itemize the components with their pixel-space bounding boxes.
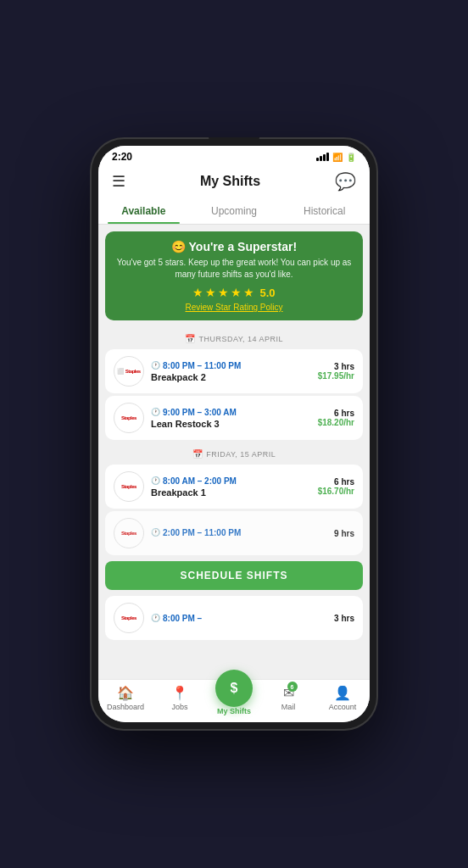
nav-label-jobs: Jobs xyxy=(171,703,187,711)
company-logo-staples-5: Staples xyxy=(114,603,144,633)
staples-logo: ⬜ Staples xyxy=(117,368,140,375)
smiley-icon: 😊 xyxy=(171,240,186,253)
superstar-description: You've got 5 stars. Keep up the great wo… xyxy=(115,257,353,281)
bottom-nav: 🏠 Dashboard 📍 Jobs $ My Shifts ✉ 6 Mail xyxy=(98,679,370,722)
date-section-thursday: 📅 THURSDAY, 14 APRIL xyxy=(98,327,370,347)
shift-right-partial: 9 hrs xyxy=(334,529,354,538)
mail-badge-container: ✉ 6 xyxy=(283,685,294,701)
app-header: ☰ My Shifts 💬 xyxy=(98,166,370,198)
shift-hours-last: 3 hrs xyxy=(334,614,354,623)
shift-info-breakpack1: 🕐 8:00 AM – 2:00 PM Breakpack 1 xyxy=(151,476,311,498)
schedule-shifts-button[interactable]: SCHEDULE SHIFTS xyxy=(105,561,363,590)
shift-right-breakpack1: 6 hrs $16.70/hr xyxy=(318,477,354,496)
page-title: My Shifts xyxy=(200,174,260,189)
chat-icon[interactable]: 💬 xyxy=(335,171,356,192)
superstar-title: 😊 You're a Superstar! xyxy=(115,240,353,253)
clock-icon: 🕐 xyxy=(151,361,160,370)
mail-badge: 6 xyxy=(287,682,298,692)
superstar-banner: 😊 You're a Superstar! You've got 5 stars… xyxy=(105,231,363,320)
clock-icon-2: 🕐 xyxy=(151,408,160,416)
filter-icon[interactable]: ☰ xyxy=(112,172,125,191)
shift-card-last-partial[interactable]: Staples 🕐 8:00 PM – 3 hrs xyxy=(105,596,363,640)
shift-rate-breakpack1: $16.70/hr xyxy=(318,487,354,496)
date-label-friday: FRIDAY, 15 APRIL xyxy=(206,450,276,459)
rating-number: 5.0 xyxy=(259,287,275,299)
shift-hours-partial: 9 hrs xyxy=(334,529,354,538)
nav-label-account: Account xyxy=(329,703,357,711)
shift-hours-breakpack2: 3 hrs xyxy=(318,362,354,371)
star-3: ★ xyxy=(218,286,229,299)
phone-screen: 2:20 📶 🔋 ☰ My Shifts 💬 Available Upcomin… xyxy=(98,146,370,722)
clock-icon-5: 🕐 xyxy=(151,614,160,622)
account-icon: 👤 xyxy=(334,685,351,701)
company-logo-staples-3: Staples xyxy=(114,471,144,502)
star-1: ★ xyxy=(192,286,203,299)
tab-available[interactable]: Available xyxy=(98,198,189,224)
staples-logo-5: Staples xyxy=(121,615,136,620)
shift-time-partial: 🕐 2:00 PM – 11:00 PM xyxy=(151,528,327,537)
shift-card-partial[interactable]: Staples 🕐 2:00 PM – 11:00 PM 9 hrs xyxy=(105,511,363,555)
content-area: 😊 You're a Superstar! You've got 5 stars… xyxy=(98,225,370,679)
shift-card-breakpack2[interactable]: ⬜ Staples 🕐 8:00 PM – 11:00 PM Breakpack… xyxy=(105,349,363,393)
shift-hours-leanrestock3: 6 hrs xyxy=(318,409,354,418)
tab-historical[interactable]: Historical xyxy=(279,198,370,224)
nav-item-account[interactable]: 👤 Account xyxy=(315,685,370,715)
date-label-thursday: THURSDAY, 14 APRIL xyxy=(198,335,283,343)
nav-item-my-shifts[interactable]: $ My Shifts xyxy=(207,685,261,715)
shift-card-leanrestock3[interactable]: Staples 🕐 9:00 PM – 3:00 AM Lean Restock… xyxy=(105,396,363,440)
star-4: ★ xyxy=(231,286,242,299)
shift-name-leanrestock3: Lean Restock 3 xyxy=(151,419,311,429)
signal-icon xyxy=(316,153,329,161)
shift-info-breakpack2: 🕐 8:00 PM – 11:00 PM Breakpack 2 xyxy=(151,361,311,382)
shift-right-last: 3 hrs xyxy=(334,614,354,623)
star-rating-row: ★ ★ ★ ★ ★ 5.0 xyxy=(115,286,353,299)
star-5: ★ xyxy=(243,286,254,299)
dashboard-icon: 🏠 xyxy=(117,685,134,701)
shift-time-breakpack2: 🕐 8:00 PM – 11:00 PM xyxy=(151,361,311,370)
shift-rate-breakpack2: $17.95/hr xyxy=(318,371,354,381)
shift-time-last: 🕐 8:00 PM – xyxy=(151,614,327,623)
shift-name-breakpack1: Breakpack 1 xyxy=(151,487,311,498)
clock-icon-4: 🕐 xyxy=(151,528,160,537)
nav-item-mail[interactable]: ✉ 6 Mail xyxy=(261,685,315,715)
shift-right-breakpack2: 3 hrs $17.95/hr xyxy=(318,362,354,381)
calendar-icon: 📅 xyxy=(185,334,196,343)
battery-icon: 🔋 xyxy=(346,153,356,162)
shift-rate-leanrestock3: $18.20/hr xyxy=(318,418,354,427)
shift-card-breakpack1[interactable]: Staples 🕐 8:00 AM – 2:00 PM Breakpack 1 … xyxy=(105,465,363,509)
company-logo-staples-4: Staples xyxy=(114,518,144,548)
staples-logo-4: Staples xyxy=(121,531,136,536)
status-bar: 2:20 📶 🔋 xyxy=(98,146,370,166)
company-logo-staples: ⬜ Staples xyxy=(114,356,144,387)
nav-label-my-shifts: My Shifts xyxy=(217,707,251,715)
nav-item-dashboard[interactable]: 🏠 Dashboard xyxy=(98,685,153,715)
calendar-icon-2: 📅 xyxy=(192,449,203,459)
schedule-btn-container: SCHEDULE SHIFTS xyxy=(98,558,370,593)
phone-notch xyxy=(209,137,259,142)
shift-right-leanrestock3: 6 hrs $18.20/hr xyxy=(318,409,354,427)
shift-info-last-partial: 🕐 8:00 PM – xyxy=(151,614,327,623)
jobs-icon: 📍 xyxy=(171,685,188,701)
staples-logo-2: Staples xyxy=(121,415,136,420)
shift-hours-breakpack1: 6 hrs xyxy=(318,477,354,487)
status-time: 2:20 xyxy=(112,151,132,163)
nav-label-mail: Mail xyxy=(281,703,296,711)
shift-info-leanrestock3: 🕐 9:00 PM – 3:00 AM Lean Restock 3 xyxy=(151,408,311,429)
clock-icon-3: 🕐 xyxy=(151,476,160,485)
status-icons: 📶 🔋 xyxy=(316,153,356,162)
phone-frame: 2:20 📶 🔋 ☰ My Shifts 💬 Available Upcomin… xyxy=(90,137,378,731)
star-2: ★ xyxy=(205,286,216,299)
staples-logo-3: Staples xyxy=(121,484,136,489)
date-section-friday: 📅 FRIDAY, 15 APRIL xyxy=(98,442,370,462)
shift-time-leanrestock3: 🕐 9:00 PM – 3:00 AM xyxy=(151,408,311,417)
shift-time-breakpack1: 🕐 8:00 AM – 2:00 PM xyxy=(151,476,311,486)
shift-info-partial: 🕐 2:00 PM – 11:00 PM xyxy=(151,528,327,539)
nav-item-jobs[interactable]: 📍 Jobs xyxy=(153,685,207,715)
company-logo-staples-2: Staples xyxy=(114,403,144,433)
shift-name-breakpack2: Breakpack 2 xyxy=(151,372,311,382)
tab-upcoming[interactable]: Upcoming xyxy=(189,198,280,224)
nav-label-dashboard: Dashboard xyxy=(107,703,144,711)
review-link[interactable]: Review Star Rating Policy xyxy=(115,303,353,312)
tab-bar: Available Upcoming Historical xyxy=(98,198,370,225)
fab-my-shifts[interactable]: $ xyxy=(215,670,253,707)
